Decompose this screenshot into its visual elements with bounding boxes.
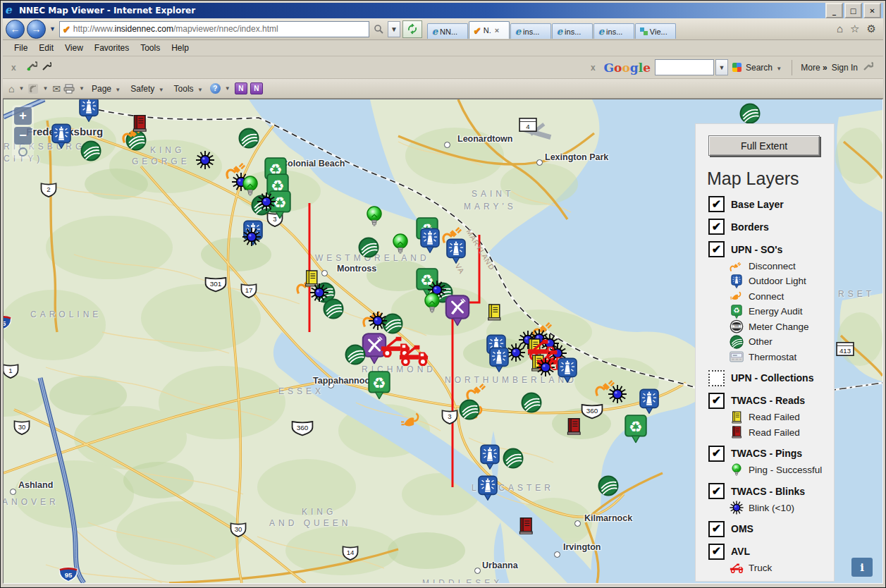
zoom-home-icon[interactable] [18,147,27,157]
zoom-in-button[interactable]: + [14,107,32,125]
layer-checkbox[interactable]: ✔ [708,483,725,499]
tools-menu[interactable]: Tools ▼ [171,84,207,94]
url-text[interactable]: http://www.insidennec.com/mapviewer/nnec… [73,24,278,34]
title-bar[interactable]: e NNEC Map Viewer - Internet Explorer _ … [3,3,883,18]
forward-button[interactable]: → [27,20,46,39]
browser-tab[interactable]: eins... [510,23,551,39]
map-marker-connect[interactable] [400,409,424,432]
menu-item-tools[interactable]: Tools [135,42,166,54]
browser-tab[interactable]: eins... [593,23,634,39]
browser-tab[interactable]: ✔N.× [469,21,510,39]
google-signin-button[interactable]: Sign In [832,63,858,73]
map-marker-blink[interactable] [242,228,262,247]
menu-item-edit[interactable]: Edit [33,42,59,54]
layer-checkbox[interactable]: ✔ [708,393,725,409]
map-marker-blink[interactable] [257,192,276,212]
map-marker-outdoor-light[interactable] [420,228,441,253]
history-dropdown-icon[interactable]: ▼ [49,25,56,32]
onenote-link-icon[interactable]: N [250,82,263,94]
print-icon[interactable] [63,84,75,94]
menu-item-favorites[interactable]: Favorites [89,42,135,54]
map-marker-other[interactable] [238,128,259,149]
full-extent-button[interactable]: Full Extent [708,135,820,156]
safety-menu[interactable]: Safety ▼ [128,84,168,94]
print-dropdown-icon[interactable]: ▼ [79,85,85,92]
map-marker-bulb[interactable] [424,293,441,316]
layer-checkbox[interactable]: ✔ [708,544,725,560]
map-marker-other[interactable] [358,237,379,258]
map-marker-other[interactable] [521,392,542,413]
layer-checkbox[interactable]: ✔ [708,521,725,537]
search-icon[interactable] [371,22,386,37]
layer-checkbox[interactable]: ✔ [708,446,725,462]
google-more-menu[interactable]: More » [801,63,827,73]
home-page-icon[interactable]: ⌂ [8,83,14,94]
map-marker-outdoor-light[interactable] [480,444,500,470]
info-button[interactable]: i [851,558,873,577]
map-marker-energy-audit[interactable] [624,415,648,443]
map-marker-outdoor-light[interactable] [51,123,72,149]
map-marker-restaurant[interactable] [445,295,470,326]
close-button[interactable]: ✕ [863,3,881,18]
layer-checkbox[interactable]: ✔ [708,219,725,235]
address-bar[interactable]: ✔ http://www.insidennec.com/mapviewer/nn… [59,21,369,37]
map-marker-outdoor-light[interactable] [446,238,467,264]
map-marker-blink[interactable] [507,343,526,362]
map-marker-book-red[interactable] [130,114,149,133]
map-marker-book-red[interactable] [517,516,535,536]
map-marker-disconnect[interactable] [595,374,620,399]
browser-tab[interactable]: Vie... [635,23,676,39]
layer-checkbox[interactable]: ✔ [708,196,725,212]
home-icon[interactable]: ⌂ [837,23,843,35]
mail-icon[interactable]: ✉ [52,83,61,94]
map-marker-other[interactable] [80,140,101,161]
map-marker-other[interactable] [598,475,619,496]
help-icon[interactable]: ? [210,83,221,94]
page-menu[interactable]: Page ▼ [89,84,125,94]
map-marker-blink[interactable] [369,312,388,331]
menu-item-file[interactable]: File [8,42,33,54]
map-viewport[interactable]: RICKSBURGCITY)KINGGEORGEWESTMORELANDSAIN… [3,99,883,584]
google-toolbar-close[interactable]: x [586,63,600,73]
map-marker-other[interactable] [503,448,524,469]
onenote-send-icon[interactable]: N [235,82,247,94]
zoom-out-button[interactable]: − [14,127,32,145]
map-marker-other[interactable] [345,344,366,365]
layer-checkbox[interactable]: ✔ [708,241,725,257]
map-marker-energy-audit[interactable] [368,371,391,400]
map-marker-bulb[interactable] [392,233,410,257]
minimize-button[interactable]: _ [825,3,843,18]
google-search-input[interactable] [655,59,714,75]
google-wrench-icon[interactable] [862,61,873,74]
map-marker-outdoor-light[interactable] [558,357,578,383]
plugin-wrench-icon[interactable] [25,61,37,75]
map-marker-outdoor-light[interactable] [489,347,510,372]
maximize-button[interactable]: □ [844,3,862,18]
refresh-arrows-button[interactable] [402,20,422,38]
favorites-star-icon[interactable]: ☆ [850,23,859,35]
map-marker-outdoor-light[interactable] [478,475,498,501]
map-marker-book-yellow[interactable] [486,303,503,322]
map-marker-truck[interactable] [398,345,430,367]
search-dropdown-button[interactable]: ▼ [388,21,400,37]
plugin-tool-icon[interactable] [42,61,51,74]
feed-dropdown-icon[interactable]: ▼ [42,85,48,92]
map-marker-other[interactable] [459,399,480,420]
layer-checkbox[interactable] [708,370,725,386]
map-marker-other[interactable] [739,103,761,124]
menu-item-view[interactable]: View [59,42,89,54]
map-marker-blink[interactable] [310,283,329,302]
map-marker-bulb[interactable] [366,206,383,229]
map-marker-book-red[interactable] [565,417,583,436]
browser-tab[interactable]: eins... [552,23,593,39]
google-search-dropdown[interactable]: ▼ [715,59,728,75]
back-button[interactable]: ← [6,20,25,39]
google-search-button[interactable]: Search ▼ [746,63,783,73]
map-marker-outdoor-light[interactable] [79,99,99,122]
tab-close-icon[interactable]: × [495,26,499,35]
help-dropdown-icon[interactable]: ▼ [225,85,230,92]
menu-item-help[interactable]: Help [166,42,195,54]
feed-icon[interactable] [28,84,38,94]
map-marker-blink[interactable] [196,151,215,170]
home-dropdown-icon[interactable]: ▼ [18,85,24,92]
